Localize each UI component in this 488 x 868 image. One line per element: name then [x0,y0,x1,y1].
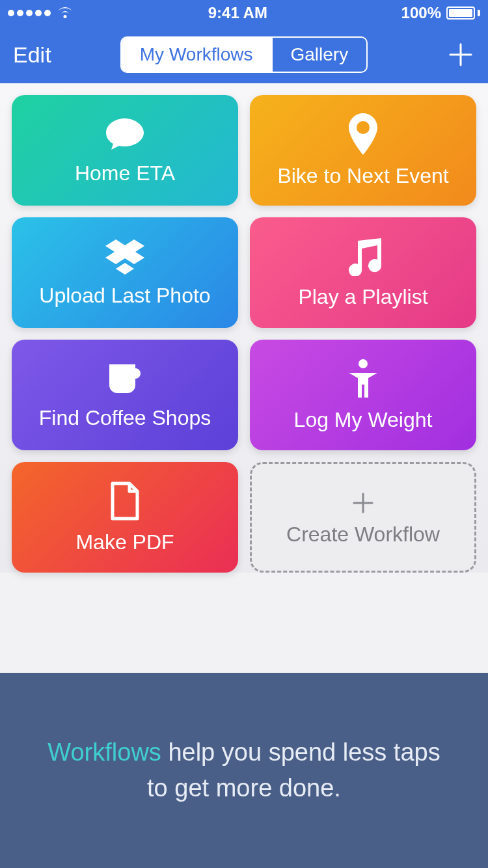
coffee-cup-icon [105,360,144,397]
tile-label: Home ETA [75,161,175,185]
battery-icon [446,7,480,20]
tile-label: Log My Weight [294,408,433,432]
tile-label: Make PDF [75,530,174,554]
status-right: 100% [401,4,480,22]
status-time: 9:41 AM [208,4,267,22]
tile-upload-photo[interactable]: Upload Last Photo [12,217,238,328]
signal-dots-icon [8,10,51,16]
status-left [8,7,74,20]
tile-label: Find Coffee Shops [39,406,211,430]
tile-label: Play a Playlist [298,285,427,309]
svg-point-0 [359,359,368,368]
music-note-icon [345,237,381,276]
tile-play-playlist[interactable]: Play a Playlist [250,217,476,328]
tile-home-eta[interactable]: Home ETA [12,95,238,206]
promo-rest: help you spend less taps to get more don… [147,739,441,802]
plus-icon [446,40,475,69]
tile-label: Bike to Next Event [277,164,448,188]
tile-find-coffee[interactable]: Find Coffee Shops [12,340,238,450]
tab-my-workflows[interactable]: My Workflows [122,38,271,72]
edit-button[interactable]: Edit [13,42,78,68]
tile-make-pdf[interactable]: Make PDF [12,462,238,573]
person-icon [346,359,380,399]
tile-create-workflow[interactable]: Create Workflow [250,462,476,573]
speech-bubble-icon [104,116,146,152]
battery-percent: 100% [401,4,441,22]
document-icon [109,481,141,521]
promo-text: Workflows help you spend less taps to ge… [39,735,449,806]
tile-bike-event[interactable]: Bike to Next Event [250,95,476,206]
tile-label: Create Workflow [286,522,440,547]
tile-log-weight[interactable]: Log My Weight [250,340,476,450]
nav-bar: Edit My Workflows Gallery [0,26,488,83]
promo-panel: Workflows help you spend less taps to ge… [0,673,488,868]
status-bar: 9:41 AM 100% [0,0,488,26]
tab-gallery[interactable]: Gallery [271,38,367,72]
wifi-icon [56,7,74,20]
workflow-grid: Home ETA Bike to Next Event Upload Last … [0,83,488,573]
add-button[interactable] [410,40,475,69]
tile-label: Upload Last Photo [39,284,210,308]
location-pin-icon [347,113,379,155]
plus-icon [349,489,377,517]
segmented-control: My Workflows Gallery [120,36,368,73]
dropbox-icon [104,238,146,275]
promo-accent: Workflows [47,739,161,766]
